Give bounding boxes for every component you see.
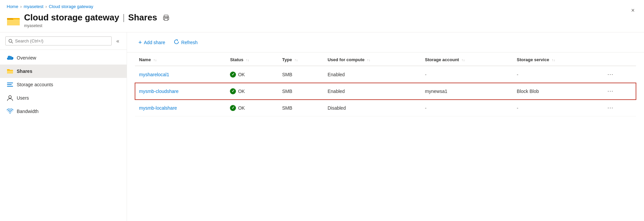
title-text: Cloud storage gateway | Shares myasetest [24, 12, 170, 28]
row-compute-0: Enabled [324, 66, 421, 83]
svg-point-11 [8, 56, 13, 60]
sidebar-item-bandwidth-label: Bandwidth [17, 109, 38, 114]
svg-point-13 [10, 113, 11, 114]
sidebar-item-overview[interactable]: Overview [0, 51, 127, 65]
col-header-storage-account[interactable]: Storage account ↑↓ [421, 54, 513, 66]
row-type-1: SMB [278, 83, 324, 100]
sidebar-item-overview-label: Overview [17, 55, 36, 61]
row-storage-service-0: - [513, 66, 601, 83]
row-status-1: OK [230, 88, 274, 94]
sidebar-item-users[interactable]: Users [0, 91, 127, 105]
sidebar-item-bandwidth[interactable]: Bandwidth [0, 105, 127, 118]
row-type-0: SMB [278, 66, 324, 83]
svg-rect-3 [7, 19, 20, 25]
status-ok-icon [230, 105, 236, 111]
app-container: Home › myasetest › Cloud storage gateway [0, 0, 644, 221]
breadcrumb-cloud-storage-gateway[interactable]: Cloud storage gateway [49, 4, 93, 9]
row-name-1[interactable]: mysmb-cloudshare [139, 89, 178, 94]
col-header-actions [602, 54, 636, 66]
wifi-icon [7, 108, 13, 115]
breadcrumb-sep-2: › [45, 4, 47, 9]
add-icon: + [138, 39, 142, 45]
row-storage-account-1: mynewsa1 [421, 83, 513, 100]
row-storage-account-0: - [421, 66, 513, 83]
svg-point-8 [167, 17, 168, 18]
row-storage-service-1: Block Blob [513, 83, 601, 100]
cloud-icon [7, 54, 13, 61]
sidebar-item-shares[interactable]: Shares [0, 65, 127, 78]
table-row: mysmb-localshare OK SMBDisabled--··· [135, 100, 636, 116]
col-header-status[interactable]: Status ↑↓ [226, 54, 278, 66]
status-ok-icon [230, 72, 236, 78]
page-title: Cloud storage gateway | Shares [24, 12, 170, 23]
sort-arrows-type: ↑↓ [294, 58, 298, 62]
row-storage-account-2: - [421, 100, 513, 116]
more-options-button-1[interactable]: ··· [606, 87, 616, 95]
title-divider: | [123, 12, 125, 23]
title-row: Cloud storage gateway | Shares myasetest [7, 12, 637, 28]
sort-arrows-storage-service: ↑↓ [552, 58, 555, 62]
refresh-label: Refresh [181, 40, 198, 45]
breadcrumb-home[interactable]: Home [7, 4, 18, 9]
col-header-storage-service[interactable]: Storage service ↑↓ [513, 54, 601, 66]
add-share-label: Add share [144, 40, 165, 45]
search-bar: « [0, 32, 127, 50]
title-resource-name: Cloud storage gateway [24, 12, 119, 23]
user-icon [7, 95, 13, 101]
col-header-name[interactable]: Name ↑↓ [135, 54, 226, 66]
col-header-type[interactable]: Type ↑↓ [278, 54, 324, 66]
col-header-used-for-compute[interactable]: Used for compute ↑↓ [324, 54, 421, 66]
top-bar: Home › myasetest › Cloud storage gateway [0, 0, 644, 32]
toolbar: + Add share Refresh [127, 32, 644, 52]
breadcrumb-sep-1: › [20, 4, 22, 9]
row-status-2: OK [230, 105, 274, 111]
sort-arrows-storage-account: ↑↓ [462, 58, 465, 62]
row-name-0[interactable]: mysharelocal1 [139, 72, 169, 77]
print-button[interactable] [162, 13, 170, 22]
status-ok-icon [230, 88, 236, 94]
add-share-button[interactable]: + Add share [135, 37, 168, 47]
collapse-button[interactable]: « [114, 37, 121, 45]
sort-arrows-name: ↑↓ [153, 58, 157, 62]
row-compute-1: Enabled [324, 83, 421, 100]
content-area: + Add share Refresh [127, 32, 644, 221]
search-input-wrap[interactable] [5, 36, 112, 45]
close-button[interactable]: × [628, 6, 637, 15]
refresh-icon [174, 39, 179, 45]
refresh-button[interactable]: Refresh [170, 37, 201, 47]
svg-point-12 [9, 96, 11, 98]
search-icon [8, 39, 13, 43]
shares-table-container: Name ↑↓ Status ↑↓ Type ↑↓ [127, 52, 644, 221]
resource-icon [7, 15, 20, 26]
row-name-2[interactable]: mysmb-localshare [139, 105, 177, 111]
sort-arrows-status: ↑↓ [246, 58, 249, 62]
row-compute-2: Disabled [324, 100, 421, 116]
more-options-button-2[interactable]: ··· [606, 104, 616, 112]
title-section: Shares [128, 12, 157, 23]
table-row: mysharelocal1 OK SMBEnabled--··· [135, 66, 636, 83]
resource-subtitle: myasetest [24, 23, 170, 28]
sort-arrows-compute: ↑↓ [367, 58, 370, 62]
table-row: mysmb-cloudshare OK SMBEnabledmynewsa1Bl… [135, 83, 636, 100]
svg-rect-7 [164, 18, 168, 20]
breadcrumb: Home › myasetest › Cloud storage gateway [7, 4, 637, 9]
sidebar-item-storage-accounts-label: Storage accounts [17, 82, 53, 87]
sidebar-item-storage-accounts[interactable]: Storage accounts [0, 78, 127, 91]
row-storage-service-2: - [513, 100, 601, 116]
folder-nav-icon [7, 68, 13, 75]
sidebar-nav: Overview Shares [0, 50, 127, 221]
sidebar: « Overview [0, 32, 127, 221]
shares-table: Name ↑↓ Status ↑↓ Type ↑↓ [135, 54, 636, 116]
svg-rect-5 [164, 15, 168, 17]
sidebar-item-shares-label: Shares [17, 69, 32, 74]
sidebar-item-users-label: Users [17, 95, 29, 101]
breadcrumb-myasetest[interactable]: myasetest [24, 4, 43, 9]
storage-icon [7, 81, 13, 88]
row-status-0: OK [230, 72, 274, 78]
row-type-2: SMB [278, 100, 324, 116]
search-input[interactable] [15, 38, 109, 43]
main-layout: « Overview [0, 32, 644, 221]
svg-line-10 [12, 42, 13, 43]
more-options-button-0[interactable]: ··· [606, 70, 616, 79]
